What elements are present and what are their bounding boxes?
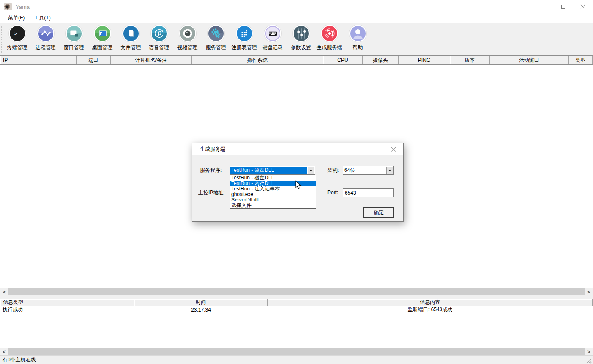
- log-cell-time: 23:17:34: [134, 306, 268, 313]
- toolbar-item-genserver[interactable]: 生成服务端: [315, 26, 344, 55]
- service-program-dropdown: TestRun - 磁盘DLL TestRun - 内存DLL TestRun …: [230, 175, 316, 209]
- scrollbar-thumb[interactable]: [8, 348, 585, 355]
- sliders-icon: [294, 26, 309, 41]
- column-header-msgtype[interactable]: 信息类型: [0, 299, 134, 306]
- close-icon: [391, 147, 396, 152]
- toolbar-item-registry[interactable]: 注册表管理: [230, 26, 258, 55]
- arch-combobox[interactable]: 64位: [343, 166, 394, 175]
- toolbar-item-video[interactable]: 视频管理: [173, 26, 202, 55]
- toolbar-item-process[interactable]: 进程管理: [31, 26, 60, 55]
- app-title: Yama: [16, 4, 30, 10]
- panel-separator: [0, 295, 593, 299]
- column-header-os[interactable]: 操作系统: [192, 56, 323, 64]
- toolbar-grip[interactable]: [1, 26, 3, 53]
- column-header-computer[interactable]: 计算机名/备注: [111, 56, 192, 64]
- service-program-label: 服务程序:: [200, 166, 222, 175]
- app-logo-icon: [4, 3, 12, 10]
- target-icon: [322, 26, 337, 41]
- log-scrollbar: [0, 348, 593, 355]
- menu-item-menu[interactable]: 菜单(F): [4, 14, 29, 23]
- chevron-down-icon[interactable]: [308, 167, 314, 174]
- scroll-left-button[interactable]: [0, 288, 8, 295]
- gears-icon: [208, 26, 224, 41]
- registry-grid-icon: [237, 26, 252, 41]
- toolbar-item-help[interactable]: 帮助: [344, 26, 372, 55]
- column-header-ip[interactable]: IP: [0, 56, 77, 64]
- column-header-cpu[interactable]: CPU: [323, 56, 363, 64]
- menu-bar: 菜单(F) 工具(T): [0, 13, 593, 23]
- dropdown-option[interactable]: ServerDll.dll: [230, 197, 316, 203]
- process-icon: [38, 26, 53, 41]
- toolbar-item-params[interactable]: 参数设置: [287, 26, 315, 55]
- service-program-combobox[interactable]: TestRun - 磁盘DLL: [230, 166, 315, 175]
- scroll-left-button[interactable]: [0, 348, 8, 355]
- person-icon: [350, 26, 366, 41]
- toolbar: 终端管理 进程管理 窗口管理 桌面管理 文件管理: [0, 23, 593, 55]
- terminal-icon: [10, 26, 25, 41]
- column-header-version[interactable]: 版本: [450, 56, 490, 64]
- mouse-cursor: [294, 180, 303, 190]
- column-header-type[interactable]: 类型: [569, 56, 593, 64]
- audio-icon: [152, 26, 167, 41]
- desktop-icon: [95, 26, 110, 41]
- minimize-icon: [542, 7, 546, 7]
- toolbar-item-audio[interactable]: 语音管理: [145, 26, 173, 55]
- log-list-area: 执行成功 23:17:34 监听端口: 6543成功: [0, 306, 593, 348]
- service-program-value: TestRun - 磁盘DLL: [230, 167, 307, 174]
- log-cell-content: 监听端口: 6543成功: [268, 306, 593, 313]
- column-header-camera[interactable]: 摄像头: [363, 56, 399, 64]
- menu-item-tools[interactable]: 工具(T): [30, 14, 55, 23]
- title-bar: Yama: [0, 0, 593, 13]
- app-window: Yama 菜单(F) 工具(T) 终端管理 进程管理 窗口管理: [0, 0, 593, 364]
- column-header-ping[interactable]: PING: [399, 56, 450, 64]
- minimize-button[interactable]: [534, 0, 554, 13]
- column-header-msgcontent[interactable]: 信息内容: [268, 299, 593, 306]
- toolbar-item-desktop[interactable]: 桌面管理: [88, 26, 116, 55]
- maximize-button[interactable]: [554, 0, 573, 13]
- port-label: Port:: [327, 188, 338, 197]
- log-row[interactable]: 执行成功 23:17:34 监听端口: 6543成功: [0, 306, 593, 313]
- master-ip-label: 主控IP地址:: [198, 188, 225, 197]
- toolbar-item-service[interactable]: 服务管理: [202, 26, 230, 55]
- scroll-right-button[interactable]: [585, 288, 593, 295]
- toolbar-item-terminal[interactable]: 终端管理: [3, 26, 31, 55]
- scroll-right-button[interactable]: [585, 348, 593, 355]
- chevron-down-icon[interactable]: [386, 167, 393, 174]
- port-input[interactable]: [343, 188, 394, 197]
- online-hosts-status: 有0个主机在线: [3, 356, 36, 364]
- maximize-icon: [561, 5, 565, 9]
- arch-label: 架构:: [327, 166, 339, 175]
- file-icon: [123, 26, 139, 41]
- toolbar-item-window[interactable]: 窗口管理: [60, 26, 88, 55]
- dropdown-option[interactable]: 选择文件: [230, 203, 316, 208]
- log-cell-type: 执行成功: [0, 306, 134, 313]
- video-eye-icon: [180, 26, 195, 41]
- dialog-title: 生成服务端: [200, 146, 225, 153]
- keyboard-icon: [265, 26, 280, 41]
- scrollbar-thumb[interactable]: [8, 288, 585, 295]
- arch-value: 64位: [344, 167, 386, 174]
- column-header-activewindow[interactable]: 活动窗口: [490, 56, 569, 64]
- ok-button[interactable]: 确定: [363, 207, 394, 218]
- dialog-title-bar: 生成服务端: [192, 143, 403, 155]
- status-bar: 有0个主机在线: [0, 355, 593, 364]
- host-scrollbar: [0, 288, 593, 295]
- window-icon: [67, 26, 82, 41]
- dropdown-option[interactable]: ghost.exe: [230, 192, 316, 197]
- close-button[interactable]: [573, 0, 593, 13]
- column-header-time[interactable]: 时间: [134, 299, 268, 306]
- host-table-header: IP 端口 计算机名/备注 操作系统 CPU 摄像头 PING 版本 活动窗口 …: [0, 55, 593, 65]
- resize-grip-icon[interactable]: [586, 358, 592, 364]
- close-icon: [580, 4, 585, 9]
- dialog-close-button[interactable]: [389, 145, 397, 153]
- log-table-header: 信息类型 时间 信息内容: [0, 299, 593, 306]
- toolbar-item-keylogger[interactable]: 键盘记录: [258, 26, 287, 55]
- toolbar-item-file[interactable]: 文件管理: [116, 26, 145, 55]
- column-header-port[interactable]: 端口: [77, 56, 111, 64]
